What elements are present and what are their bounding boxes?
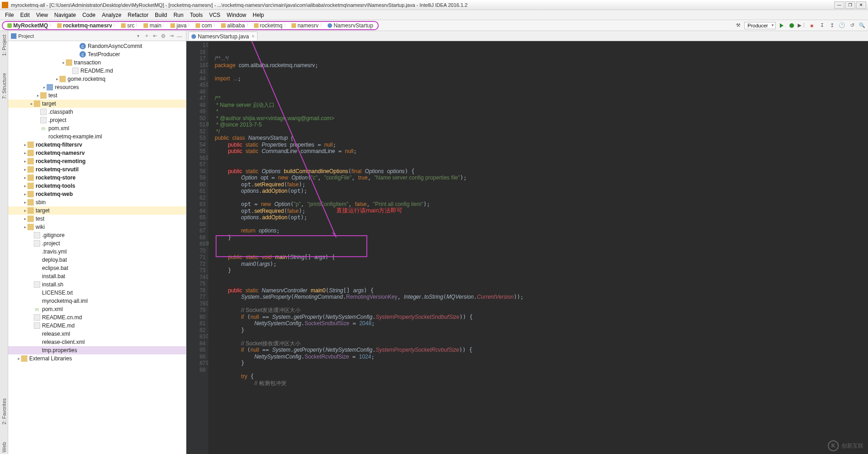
tree-row[interactable]: ▸gome.rocketmq — [8, 75, 186, 83]
tree-row[interactable]: README.md — [8, 322, 186, 330]
tree-row[interactable]: README.md — [8, 67, 186, 75]
gutter-line[interactable]: 85 — [186, 347, 206, 354]
gutter-line[interactable]: 1- — [186, 42, 206, 49]
gutter-line[interactable]: 48 — [186, 102, 206, 109]
gutter-line[interactable]: 59 — [186, 174, 206, 181]
expand-arrow-icon[interactable]: ▸ — [23, 192, 27, 196]
tree-row[interactable]: ▸target — [8, 206, 186, 215]
menu-analyze[interactable]: Analyze — [99, 11, 125, 20]
tree-row[interactable]: .travis.yml — [8, 248, 186, 256]
tree-row[interactable]: .classpath — [8, 108, 186, 116]
gutter-line[interactable]: 74- — [186, 274, 206, 281]
editor-gutter[interactable]: 1-161718-434445-464748495051-5253545556-… — [186, 41, 208, 454]
tree-row[interactable]: README.cn.md — [8, 313, 186, 322]
tree-row[interactable]: rocketmq-example.iml — [8, 132, 186, 141]
tree-row[interactable]: .project — [8, 239, 186, 248]
gutter-line[interactable]: 82 — [186, 327, 206, 334]
gutter-line[interactable]: 60 — [186, 181, 206, 188]
gutter-line[interactable]: 52 — [186, 128, 206, 135]
menu-tools[interactable]: Tools — [187, 11, 206, 20]
gutter-line[interactable]: 16 — [186, 49, 206, 56]
tree-row[interactable]: tmp.properties — [8, 346, 186, 354]
tree-row[interactable]: ▸transaction — [8, 58, 186, 67]
menu-file[interactable]: File — [2, 11, 17, 20]
minimize-button[interactable]: — — [834, 1, 844, 9]
gutter-line[interactable]: 54 — [186, 142, 206, 148]
menu-vcs[interactable]: VCS — [206, 11, 224, 20]
scroll-from-source-button[interactable]: ⌖ — [143, 32, 150, 40]
tree-row[interactable]: ▸rocketmq-filtersrv — [8, 141, 186, 149]
gutter-line[interactable]: 80 — [186, 314, 206, 321]
gutter-line[interactable]: 75 — [186, 280, 206, 287]
gutter-line[interactable]: 68 — [186, 234, 206, 241]
tree-row[interactable]: ▸External Libraries — [8, 354, 186, 363]
gutter-line[interactable]: 77 — [186, 294, 206, 301]
tree-row[interactable]: mpom.xml — [8, 124, 186, 132]
gutter-line[interactable]: 62 — [186, 195, 206, 201]
expand-arrow-icon[interactable]: ▸ — [23, 208, 27, 213]
tree-row[interactable]: ▸rocketmq-namesrv — [8, 149, 186, 157]
debug-button[interactable] — [788, 21, 796, 30]
tree-row[interactable]: cRandomAsyncCommit — [8, 42, 186, 50]
hide-button[interactable]: ⇥ — [168, 32, 175, 40]
gutter-line[interactable]: 49 — [186, 108, 206, 115]
tree-row[interactable]: deploy.bat — [8, 256, 186, 264]
gutter-line[interactable]: 88 — [186, 367, 206, 374]
vcs-history-button[interactable]: 🕐 — [838, 21, 846, 30]
gutter-line[interactable]: 64 — [186, 208, 206, 215]
tree-row[interactable]: .gitignore — [8, 231, 186, 239]
menu-run[interactable]: Run — [170, 11, 187, 20]
gutter-line[interactable]: 76 — [186, 287, 206, 294]
breadcrumb[interactable]: MyRocketMQ rocketmq-namesrv src main jav… — [2, 21, 379, 30]
tree-row[interactable]: eclipse.bat — [8, 264, 186, 272]
gutter-line[interactable]: 53 — [186, 135, 206, 142]
tool-window-favorites[interactable]: 2: Favorites — [1, 396, 7, 426]
close-tab-button[interactable]: × — [252, 34, 254, 39]
gutter-line[interactable]: 51- — [186, 121, 206, 128]
tree-row[interactable]: myrocketmq-all.iml — [8, 297, 186, 305]
tree-row[interactable]: mpom.xml — [8, 305, 186, 313]
gutter-line[interactable]: 63 — [186, 201, 206, 208]
gutter-line[interactable]: 47 — [186, 95, 206, 102]
menu-edit[interactable]: Edit — [17, 11, 33, 20]
close-button[interactable]: ✕ — [856, 1, 866, 9]
tree-row[interactable]: ▸rocketmq-store — [8, 174, 186, 182]
gutter-line[interactable]: 83- — [186, 333, 206, 340]
tree-row[interactable]: install.bat — [8, 272, 186, 280]
gutter-line[interactable]: 73 — [186, 267, 206, 274]
gutter-line[interactable]: 79 — [186, 307, 206, 314]
gutter-line[interactable]: 50 — [186, 115, 206, 122]
expand-arrow-icon[interactable]: ▸ — [42, 85, 47, 90]
search-everywhere-button[interactable]: 🔍 — [858, 21, 866, 30]
menu-refactor[interactable]: Refactor — [125, 11, 152, 20]
tree-row[interactable]: ▸test — [8, 215, 186, 223]
tool-window-structure[interactable]: 7: Structure — [1, 71, 7, 101]
expand-arrow-icon[interactable]: ▸ — [36, 93, 40, 98]
gutter-line[interactable]: 67 — [186, 227, 206, 234]
gutter-line[interactable]: 43 — [186, 69, 206, 75]
tree-row[interactable]: ▸test — [8, 91, 186, 100]
tree-row[interactable]: ▸resources — [8, 83, 186, 91]
maximize-button[interactable]: ❐ — [845, 1, 855, 9]
view-mode-dropdown-icon[interactable]: ▾ — [137, 33, 139, 38]
menu-help[interactable]: Help — [249, 11, 267, 20]
menu-navigate[interactable]: Navigate — [51, 11, 79, 20]
tree-row[interactable]: LICENSE.txt — [8, 289, 186, 297]
expand-arrow-icon[interactable]: ▸ — [23, 143, 27, 147]
gutter-line[interactable]: 57 — [186, 161, 206, 168]
gutter-line[interactable]: 72 — [186, 261, 206, 268]
gutter-line[interactable]: 87- — [186, 360, 206, 367]
menu-window[interactable]: Window — [223, 11, 249, 20]
vcs-revert-button[interactable]: ↺ — [848, 21, 856, 30]
gutter-line[interactable]: 71 — [186, 254, 206, 261]
tree-row[interactable]: .project — [8, 116, 186, 124]
expand-arrow-icon[interactable]: ▸ — [23, 175, 27, 180]
expand-arrow-icon[interactable]: ▸ — [55, 77, 59, 81]
menu-view[interactable]: View — [33, 11, 51, 20]
gutter-line[interactable]: 45- — [186, 82, 206, 89]
run-config-selector[interactable]: Producer — [744, 22, 776, 29]
expand-arrow-icon[interactable]: ▸ — [23, 159, 27, 164]
code-editor[interactable]: /**...*/ package com.alibaba.rocketmq.na… — [208, 41, 868, 454]
tree-row[interactable]: ▸wiki — [8, 223, 186, 231]
expand-arrow-icon[interactable]: ▸ — [23, 225, 27, 229]
